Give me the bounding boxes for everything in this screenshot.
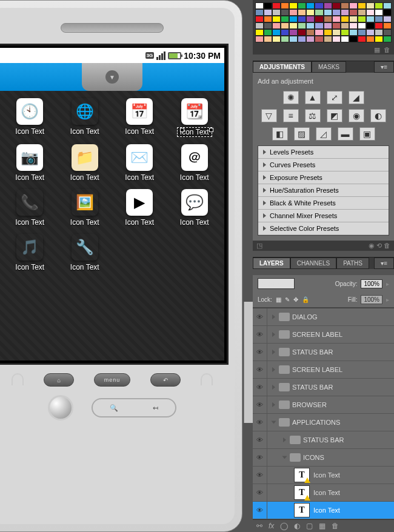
swatch[interactable] — [332, 36, 341, 42]
swatch-new-icon[interactable]: ▦ — [374, 46, 380, 53]
swatch[interactable] — [264, 16, 272, 22]
swatch[interactable] — [375, 36, 383, 42]
disclosure-triangle-icon[interactable] — [272, 385, 275, 390]
fill-field[interactable]: 100% — [361, 295, 382, 304]
swatch[interactable] — [281, 36, 289, 42]
swatch[interactable] — [349, 9, 358, 16]
swatch[interactable] — [375, 2, 383, 9]
disclosure-triangle-icon[interactable] — [272, 314, 275, 319]
swatch[interactable] — [341, 22, 349, 29]
app-browser-globe[interactable]: 🌐Icon Text — [60, 98, 110, 137]
swatch[interactable] — [366, 36, 375, 42]
end-arc[interactable] — [201, 373, 213, 385]
swatch[interactable] — [341, 36, 349, 42]
preset-row[interactable]: Levels Presets — [258, 146, 389, 159]
swatch[interactable] — [315, 9, 323, 16]
drawer-handle[interactable]: ▼ — [82, 63, 142, 91]
swatch[interactable] — [341, 16, 349, 22]
swatch[interactable] — [366, 9, 375, 16]
new-fill-adj-icon[interactable]: ◐ — [294, 522, 300, 530]
home-button[interactable]: ⌂ — [44, 373, 74, 387]
app-sms[interactable]: 💬Icon Text — [170, 189, 220, 227]
preset-row[interactable]: Hue/Saturation Presets — [258, 184, 389, 197]
tab-paths[interactable]: PATHS — [336, 258, 369, 269]
swatch[interactable] — [332, 9, 341, 16]
swatch[interactable] — [332, 16, 341, 22]
brightness-contrast-icon[interactable]: ✺ — [283, 91, 299, 104]
swatch[interactable] — [349, 36, 358, 42]
curves-icon[interactable]: ⤢ — [327, 91, 342, 104]
layer-row[interactable]: 👁DIALOG — [253, 308, 394, 326]
panel-menu-icon[interactable]: ▾≡ — [374, 61, 394, 73]
visibility-icon[interactable]: 👁 — [253, 414, 267, 431]
back-button-hw[interactable]: ↶ — [150, 373, 181, 387]
invert-icon[interactable]: ◧ — [272, 127, 288, 141]
swatch[interactable] — [341, 9, 349, 16]
app-email[interactable]: ✉️Icon Text — [115, 144, 165, 182]
visibility-icon[interactable]: 👁 — [253, 326, 267, 343]
lock-position-icon[interactable]: ✥ — [293, 296, 298, 303]
swatch[interactable] — [349, 2, 358, 9]
app-youtube[interactable]: ▶Icon Text — [115, 189, 165, 227]
disclosure-triangle-icon[interactable] — [272, 350, 275, 354]
layer-row[interactable]: 👁TIcon Text — [253, 467, 394, 484]
swatch[interactable] — [264, 36, 272, 42]
tab-adjustments[interactable]: ADJUSTMENTS — [253, 61, 312, 73]
disclosure-triangle-icon[interactable] — [283, 437, 286, 442]
tab-channels[interactable]: CHANNELS — [290, 258, 336, 269]
swatch[interactable] — [306, 22, 315, 29]
swatch[interactable] — [383, 16, 392, 22]
lock-transparency-icon[interactable]: ▦ — [276, 296, 281, 303]
swatch[interactable] — [332, 2, 341, 9]
swatch[interactable] — [255, 36, 264, 42]
app-camera[interactable]: 📷Icon Text — [5, 144, 55, 182]
swatch[interactable] — [255, 9, 264, 16]
preset-row[interactable]: Exposure Presets — [258, 171, 389, 184]
levels-icon[interactable]: ▲ — [305, 91, 321, 104]
new-group-icon[interactable]: ▢ — [306, 522, 313, 530]
new-layer-icon[interactable]: ▦ — [319, 522, 326, 530]
bw-icon[interactable]: ◩ — [327, 109, 342, 122]
app-gallery[interactable]: 🖼️Icon Text — [60, 189, 110, 227]
swatch[interactable] — [272, 2, 281, 9]
layer-row[interactable]: 👁STATUS BAR — [253, 431, 394, 449]
swatches-panel[interactable] — [253, 0, 394, 45]
swatch[interactable] — [264, 29, 272, 36]
swatch[interactable] — [324, 2, 332, 9]
swatch[interactable] — [281, 9, 289, 16]
exposure-icon[interactable]: ◢ — [349, 91, 364, 104]
swatch[interactable] — [366, 2, 375, 9]
visibility-icon[interactable]: 👁 — [253, 344, 267, 361]
adj-delete-icon[interactable]: 🗑 — [384, 242, 390, 249]
layer-row[interactable]: 👁STATUS BAR — [253, 379, 394, 396]
swatch[interactable] — [289, 2, 298, 9]
swatch[interactable] — [264, 9, 272, 16]
swatch[interactable] — [366, 22, 375, 29]
app-phone[interactable]: 📞Icon Text — [5, 189, 55, 227]
color-balance-icon[interactable]: ⚖ — [305, 109, 321, 122]
preset-row[interactable]: Channel Mixer Presets — [258, 210, 389, 222]
swatch[interactable] — [281, 16, 289, 22]
visibility-icon[interactable]: 👁 — [253, 379, 267, 396]
link-layers-icon[interactable]: ⚯ — [256, 522, 262, 530]
swatch[interactable] — [383, 22, 392, 29]
tab-masks[interactable]: MASKS — [312, 61, 346, 73]
swatch[interactable] — [255, 22, 264, 29]
gradient-map-icon[interactable]: ▬ — [338, 127, 353, 141]
visibility-icon[interactable]: 👁 — [253, 502, 267, 519]
swatch[interactable] — [264, 2, 272, 9]
swatch[interactable] — [298, 29, 306, 36]
layer-row[interactable]: 👁APPLICATIONS — [253, 414, 394, 431]
disclosure-triangle-icon[interactable] — [272, 421, 276, 424]
tab-layers[interactable]: LAYERS — [253, 258, 290, 269]
blend-mode-select[interactable]: Normal — [258, 278, 295, 289]
layer-row[interactable]: 👁BROWSER — [253, 396, 394, 414]
swatch[interactable] — [349, 16, 358, 22]
swatch[interactable] — [281, 2, 289, 9]
swatch[interactable] — [264, 22, 272, 29]
menu-button[interactable]: menu — [94, 373, 130, 387]
swatch[interactable] — [272, 22, 281, 29]
visibility-icon[interactable]: 👁 — [253, 449, 267, 466]
swatch[interactable] — [272, 29, 281, 36]
swatch[interactable] — [306, 2, 315, 9]
